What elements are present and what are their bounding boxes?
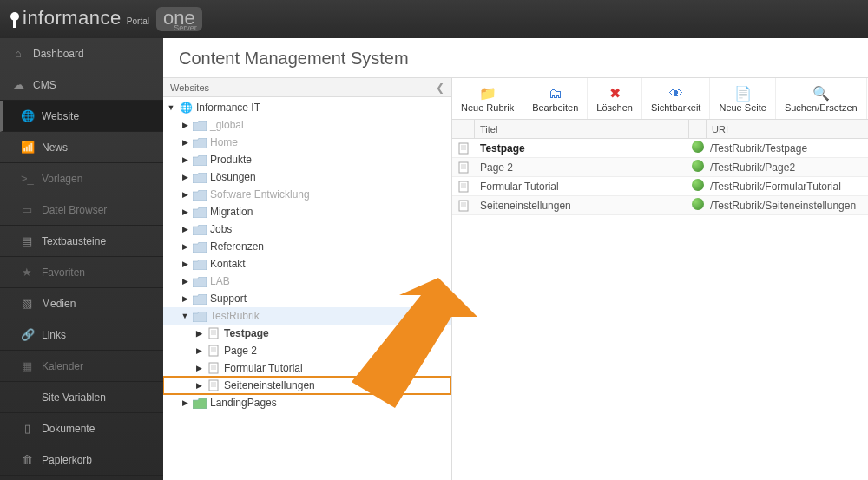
toolbar-edit-button[interactable]: 🗂Bearbeiten	[523, 78, 588, 119]
code-icon: >_	[21, 172, 33, 185]
svg-rect-28	[459, 201, 468, 211]
sidebar-item-label: Dokumente	[42, 423, 95, 435]
toolbar: 📁Neue Rubrik🗂Bearbeiten✖Löschen👁Sichtbar…	[452, 78, 868, 120]
grid-row[interactable]: Seiteneinstellungen/TestRubrik/Seitenein…	[452, 196, 868, 215]
grid-header-icon-col	[452, 120, 475, 138]
tree-node-label: Software Entwicklung	[210, 188, 310, 201]
sidebar-item-cms[interactable]: ☁CMS	[0, 69, 163, 101]
folder-icon	[193, 258, 207, 270]
caret-icon: ▼	[181, 312, 189, 320]
globe-icon: 🌐	[179, 102, 193, 114]
toolbar-new-folder-button[interactable]: 📁Neue Rubrik	[452, 78, 523, 119]
sidebar-item-links[interactable]: 🔗Links	[0, 319, 163, 351]
status-icon	[689, 160, 707, 174]
sidebar-item-favoriten[interactable]: ★Favoriten	[0, 257, 163, 288]
row-title: Seiteneinstellungen	[475, 200, 689, 212]
sidebar-item-news[interactable]: 📶News	[0, 132, 163, 163]
sidebar-nav: ⌂Dashboard☁CMS🌐Website📶News>_Vorlagen▭Da…	[0, 38, 163, 480]
visibility-icon: 👁	[667, 85, 686, 102]
new-page-icon: 📄	[733, 85, 753, 102]
collapse-tree-button[interactable]: ❮	[436, 82, 444, 94]
brand-portal: Portal	[127, 16, 149, 26]
caret-icon: ▶	[181, 190, 189, 199]
toolbar-delete-button[interactable]: ✖Löschen	[588, 78, 642, 119]
grid-header-uri[interactable]: URI	[707, 120, 868, 138]
row-title: Testpage	[475, 142, 689, 155]
svg-rect-20	[459, 162, 468, 173]
sidebar-item-dokumente[interactable]: ▯Dokumente	[0, 413, 163, 444]
tree-node-page-2[interactable]: ▶Page 2	[163, 342, 451, 359]
tree-node-lösungen[interactable]: ▶Lösungen	[163, 168, 451, 186]
sidebar-item-label: Papierkorb	[42, 454, 92, 466]
sidebar-item-medien[interactable]: ▧Medien	[0, 288, 163, 319]
row-uri: /TestRubrik/Page2	[707, 161, 868, 174]
row-title: Formular Tutorial	[475, 181, 689, 193]
sidebar-item-vorlagen[interactable]: >_Vorlagen	[0, 163, 163, 194]
main-panel: Content Management System Websites ❮ ▼ 🌐…	[163, 38, 868, 480]
svg-rect-0	[209, 328, 218, 339]
delete-icon: ✖	[605, 85, 624, 102]
page-icon	[452, 161, 475, 174]
tree-node-support[interactable]: ▶Support	[163, 290, 451, 307]
tree-root[interactable]: ▼ 🌐 Informance IT	[163, 99, 451, 116]
row-uri: /TestRubrik/Seiteneinstellungen	[707, 200, 868, 212]
sidebar-item-datei-browser[interactable]: ▭Datei Browser	[0, 194, 163, 226]
grid-row[interactable]: Page 2/TestRubrik/Page2	[452, 158, 868, 177]
trash-icon: 🗑	[21, 453, 33, 466]
tree-node-referenzen[interactable]: ▶Referenzen	[163, 238, 451, 255]
folder-icon	[193, 188, 207, 201]
tree-node-seiteneinstellungen[interactable]: ▶Seiteneinstellungen	[163, 377, 451, 394]
toolbar-visibility-button[interactable]: 👁Sichtbarkeit	[642, 78, 710, 119]
tree-node-label: Referenzen	[210, 240, 264, 253]
tree-root-label: Informance IT	[196, 102, 260, 114]
tree-node-_global[interactable]: ▶_global	[163, 116, 451, 134]
folder-icon	[193, 223, 207, 235]
caret-icon: ▶	[181, 121, 189, 129]
caret-icon: ▶	[194, 346, 203, 355]
grid-body: Testpage/TestRubrik/TestpagePage 2/TestR…	[452, 139, 868, 215]
grid-row[interactable]: Formular Tutorial/TestRubrik/FormularTut…	[452, 177, 868, 196]
sidebar-item-label: Vorlagen	[42, 173, 82, 185]
sidebar-item-papierkorb[interactable]: 🗑Papierkorb	[0, 444, 163, 476]
caret-icon: ▶	[181, 138, 189, 147]
sidebar-item-label: Datei Browser	[42, 204, 107, 216]
tree-node-label: LandingPages	[210, 397, 277, 409]
page-icon	[207, 345, 220, 358]
toolbar-search-replace-button[interactable]: 🔍Suchen/Ersetzen	[776, 78, 867, 119]
tree-node-migration[interactable]: ▶Migration	[163, 203, 451, 220]
folder-icon	[193, 119, 207, 131]
sidebar-item-kalender[interactable]: ▦Kalender	[0, 351, 163, 382]
tree-node-testrubrik[interactable]: ▼TestRubrik	[163, 307, 451, 325]
tree-node-label: Lösungen	[210, 171, 256, 183]
toolbar-btn-label: Bearbeiten	[532, 102, 578, 113]
tree-node-lab[interactable]: ▶LAB	[163, 273, 451, 290]
tree-node-home[interactable]: ▶Home	[163, 134, 451, 151]
toolbar-new-page-button[interactable]: 📄Neue Seite	[710, 78, 775, 119]
caret-icon: ▶	[181, 155, 189, 164]
tree-node-testpage[interactable]: ▶Testpage	[163, 325, 451, 342]
sidebar-item-dashboard[interactable]: ⌂Dashboard	[0, 38, 163, 69]
edit-icon: 🗂	[546, 85, 565, 102]
tree-node-label: Kontakt	[210, 258, 246, 270]
tree-node-landingpages[interactable]: ▶LandingPages	[163, 394, 451, 411]
tree-node-formular-tutorial[interactable]: ▶Formular Tutorial	[163, 359, 451, 377]
tree-node-kontakt[interactable]: ▶Kontakt	[163, 255, 451, 273]
brand-one: one Server	[156, 7, 202, 31]
grid-row[interactable]: Testpage/TestRubrik/Testpage	[452, 139, 868, 158]
tree-node-label: LAB	[210, 275, 230, 287]
tree-node-jobs[interactable]: ▶Jobs	[163, 220, 451, 238]
sidebar-item-label: Links	[42, 329, 66, 341]
tree-node-produkte[interactable]: ▶Produkte	[163, 151, 451, 168]
tree-header-label: Websites	[170, 82, 209, 93]
folder-icon	[193, 206, 207, 218]
doc-icon: ▯	[21, 422, 33, 435]
list-pane: 📁Neue Rubrik🗂Bearbeiten✖Löschen👁Sichtbar…	[452, 78, 868, 480]
sidebar-item-textbausteine[interactable]: ▤Textbausteine	[0, 226, 163, 257]
tree-node-software-entwicklung[interactable]: ▶Software Entwicklung	[163, 186, 451, 203]
svg-rect-4	[209, 345, 218, 356]
sidebar-item-website[interactable]: 🌐Website	[0, 101, 163, 132]
grid-header-title[interactable]: Titel	[475, 120, 689, 138]
svg-rect-8	[209, 363, 218, 373]
grid-header-status-col	[689, 120, 707, 138]
sidebar-item-site-variablen[interactable]: Site Variablen	[0, 382, 163, 413]
